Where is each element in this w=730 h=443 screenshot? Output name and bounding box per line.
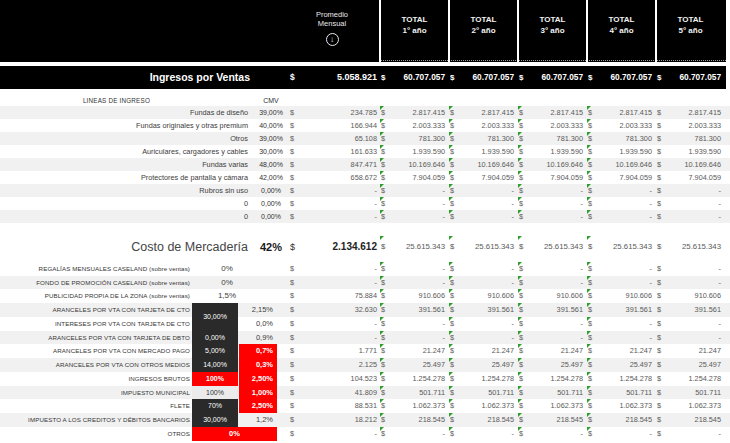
promedio-value[interactable]: 18.212 (299, 413, 377, 427)
promedio-value[interactable]: 234.785 (299, 106, 377, 119)
row-label[interactable]: Rubros sin uso (0, 184, 248, 197)
row-label[interactable]: FLETE (0, 399, 190, 413)
promedio-value[interactable]: 32.630 (299, 303, 377, 317)
rate-cell[interactable]: 30,00% (192, 413, 238, 427)
percent-cell[interactable]: 0% (193, 262, 261, 276)
year-value[interactable]: - (390, 331, 445, 344)
year-value[interactable]: - (459, 427, 514, 441)
rate-cell[interactable]: 100% (192, 372, 238, 386)
cmv-percent[interactable]: 0,00% (250, 210, 292, 223)
cmv-percent[interactable]: 0,00% (250, 197, 292, 210)
year-value[interactable]: - (597, 427, 652, 441)
year-value[interactable]: 10.169.646 (666, 158, 721, 171)
year-value[interactable]: 2.817.415 (597, 106, 652, 119)
percent-cell[interactable]: 2,15% (239, 303, 277, 317)
row-label[interactable]: OTROS (0, 427, 190, 441)
year-value[interactable]: 501.711 (597, 386, 652, 399)
total-year-header[interactable]: TOTAL1° año (381, 15, 448, 36)
year-value[interactable]: - (459, 276, 514, 289)
year-value[interactable]: - (459, 197, 514, 210)
row-label[interactable]: ARANCELES POR VTA CON TARJETA DE CTO (0, 303, 190, 317)
row-label[interactable]: Otros (0, 132, 248, 145)
year-value[interactable]: 1.939.590 (459, 145, 514, 158)
year-value[interactable]: 25.497 (528, 358, 583, 372)
year-value[interactable]: - (459, 184, 514, 197)
year-value[interactable]: 2.817.415 (459, 106, 514, 119)
year-value[interactable]: 391.561 (459, 303, 514, 317)
year-value[interactable]: 2.003.333 (459, 119, 514, 132)
year-value[interactable]: 391.561 (666, 303, 721, 317)
cmv-percent[interactable]: 48,00% (250, 158, 292, 171)
year-value[interactable]: 10.169.646 (528, 158, 583, 171)
year-value[interactable]: 781.300 (528, 132, 583, 145)
year-value[interactable]: - (528, 210, 583, 223)
year-value[interactable]: - (390, 262, 445, 276)
year-value[interactable]: 910.606 (390, 289, 445, 303)
year-value[interactable]: 2.817.415 (390, 106, 445, 119)
year-value[interactable]: 501.711 (390, 386, 445, 399)
rate-cell[interactable]: 5,00% (192, 344, 238, 358)
year-value[interactable]: - (390, 317, 445, 331)
promedio-value[interactable]: - (299, 210, 377, 223)
year-value[interactable]: - (528, 262, 583, 276)
year-value[interactable]: 218.545 (666, 413, 721, 427)
year-value[interactable]: 10.169.646 (597, 158, 652, 171)
row-label[interactable]: Fundas de diseño (0, 106, 248, 119)
row-label[interactable]: ARANCELES POR VTA CON OTROS MEDIOS (0, 358, 190, 372)
year-value[interactable]: 7.904.059 (390, 171, 445, 184)
year-value[interactable]: - (597, 210, 652, 223)
year-value[interactable]: 60.707.057 (597, 66, 652, 89)
year-value[interactable]: 60.707.057 (390, 66, 445, 89)
year-value[interactable]: 7.904.059 (666, 171, 721, 184)
year-value[interactable]: - (459, 331, 514, 344)
year-value[interactable]: 2.003.333 (666, 119, 721, 132)
year-value[interactable]: 1.062.373 (528, 399, 583, 413)
year-value[interactable]: - (390, 276, 445, 289)
year-value[interactable]: 1.254.278 (597, 372, 652, 386)
year-value[interactable]: 1.939.590 (528, 145, 583, 158)
year-value[interactable]: 391.561 (528, 303, 583, 317)
promedio-value[interactable]: 166.944 (299, 119, 377, 132)
year-value[interactable]: 1.254.278 (459, 372, 514, 386)
promedio-value[interactable]: 88.531 (299, 399, 377, 413)
year-value[interactable]: 218.545 (459, 413, 514, 427)
row-label[interactable]: Protectores de pantalla y cámara (0, 171, 248, 184)
year-value[interactable]: 781.300 (459, 132, 514, 145)
year-value[interactable]: 1.254.278 (528, 372, 583, 386)
year-value[interactable]: 1.254.278 (390, 372, 445, 386)
year-value[interactable]: 218.545 (390, 413, 445, 427)
percent-cell[interactable]: 0,7% (239, 344, 277, 358)
year-value[interactable]: 10.169.646 (459, 158, 514, 171)
row-label[interactable]: 0 (0, 197, 248, 210)
year-value[interactable]: 501.711 (459, 386, 514, 399)
year-value[interactable]: 1.062.373 (666, 399, 721, 413)
cmv-percent[interactable]: 40,00% (250, 119, 292, 132)
promedio-value[interactable]: - (299, 317, 377, 331)
promedio-value[interactable]: - (299, 427, 377, 441)
year-value[interactable]: 1.254.278 (666, 372, 721, 386)
year-value[interactable]: - (390, 210, 445, 223)
promedio-value[interactable]: 2.134.612 (297, 236, 377, 258)
promedio-value[interactable]: 847.471 (299, 158, 377, 171)
row-label[interactable]: IMPUESTO MUNICIPAL (0, 386, 190, 399)
total-year-header[interactable]: TOTAL4° año (588, 15, 655, 36)
year-value[interactable]: 60.707.057 (528, 66, 583, 89)
year-value[interactable]: 25.615.343 (459, 236, 514, 258)
year-value[interactable]: 2.817.415 (528, 106, 583, 119)
row-label[interactable]: REGALÍAS MENSUALES CASELAND (sobre venta… (0, 262, 190, 276)
year-value[interactable]: - (597, 262, 652, 276)
row-label[interactable]: FONDO DE PROMOCIÓN CASELAND (sobre venta… (0, 276, 190, 289)
promedio-value[interactable]: 161.633 (299, 145, 377, 158)
promedio-value[interactable]: - (299, 276, 377, 289)
row-label[interactable]: Auriculares, cargadores y cables (0, 145, 248, 158)
year-value[interactable]: 25.497 (666, 358, 721, 372)
rate-cell[interactable]: 100% (192, 386, 238, 399)
year-value[interactable]: - (390, 197, 445, 210)
year-value[interactable]: - (459, 210, 514, 223)
year-value[interactable]: 60.707.057 (666, 66, 721, 89)
year-value[interactable]: 21.247 (597, 344, 652, 358)
row-label[interactable]: 0 (0, 210, 248, 223)
year-value[interactable]: - (666, 184, 721, 197)
row-label[interactable]: PUBLICIDAD PROPIA DE LA ZONA (sobre vent… (0, 289, 190, 303)
year-value[interactable]: 2.817.415 (666, 106, 721, 119)
